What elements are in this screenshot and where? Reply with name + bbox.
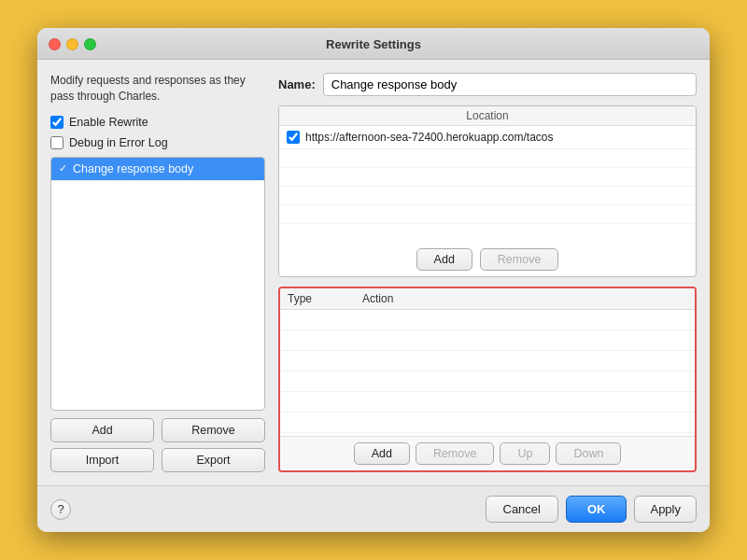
debug-error-log-label: Debug in Error Log xyxy=(69,136,168,149)
rules-add-button[interactable]: Add xyxy=(354,442,410,465)
cancel-button[interactable]: Cancel xyxy=(486,496,558,523)
apply-button[interactable]: Apply xyxy=(634,496,697,523)
name-input[interactable] xyxy=(323,73,697,96)
rules-down-button[interactable]: Down xyxy=(556,442,621,465)
title-bar: Rewrite Settings xyxy=(37,28,710,60)
right-panel: Name: Location https://afternoon-sea-724… xyxy=(278,73,697,472)
location-empty-row xyxy=(279,187,696,205)
location-checkbox[interactable] xyxy=(287,131,300,144)
rules-table-row xyxy=(280,310,695,330)
rules-table-row xyxy=(280,392,695,413)
location-empty-area xyxy=(279,149,696,243)
window-title: Rewrite Settings xyxy=(326,37,421,51)
rewrite-settings-window: Rewrite Settings Modify requests and res… xyxy=(37,28,710,532)
rules-table-container: Type Action Add Remove Up Down xyxy=(278,287,697,472)
left-panel: Modify requests and responses as they pa… xyxy=(50,73,265,472)
ok-button[interactable]: OK xyxy=(566,496,627,523)
rewrite-list[interactable]: ✓ Change response body xyxy=(50,157,265,411)
traffic-lights xyxy=(49,38,96,50)
list-item-check-icon: ✓ xyxy=(59,162,67,175)
name-row: Name: xyxy=(278,73,697,96)
left-buttons: Add Remove Import Export xyxy=(50,418,265,472)
close-button[interactable] xyxy=(49,38,61,50)
rules-table-buttons: Add Remove Up Down xyxy=(280,436,695,470)
location-empty-row xyxy=(279,168,696,187)
enable-rewrite-checkbox[interactable] xyxy=(50,116,63,129)
rules-type-col-header: Type xyxy=(288,292,362,305)
location-add-button[interactable]: Add xyxy=(416,248,472,271)
rules-table-row xyxy=(280,351,695,371)
location-url: https://afternoon-sea-72400.herokuapp.co… xyxy=(305,131,554,144)
remove-rule-button[interactable]: Remove xyxy=(162,418,265,442)
location-remove-button[interactable]: Remove xyxy=(480,248,559,271)
location-buttons: Add Remove xyxy=(279,243,696,276)
enable-rewrite-label: Enable Rewrite xyxy=(69,116,148,129)
debug-error-log-row[interactable]: Debug in Error Log xyxy=(50,136,265,149)
list-item[interactable]: ✓ Change response body xyxy=(51,158,264,181)
rules-up-button[interactable]: Up xyxy=(500,442,550,465)
export-button[interactable]: Export xyxy=(162,448,265,472)
rules-table-row xyxy=(280,413,695,433)
location-box: Location https://afternoon-sea-72400.her… xyxy=(278,105,697,277)
import-export-row: Import Export xyxy=(50,448,265,472)
import-button[interactable]: Import xyxy=(50,448,154,472)
add-remove-row: Add Remove xyxy=(50,418,265,442)
debug-error-log-checkbox[interactable] xyxy=(50,136,63,149)
maximize-button[interactable] xyxy=(84,38,96,50)
location-empty-row xyxy=(279,205,696,224)
rules-remove-button[interactable]: Remove xyxy=(416,442,495,465)
minimize-button[interactable] xyxy=(66,38,78,50)
rules-table-header: Type Action xyxy=(280,288,695,310)
location-empty-row xyxy=(279,149,696,168)
location-item[interactable]: https://afternoon-sea-72400.herokuapp.co… xyxy=(279,126,696,149)
help-button[interactable]: ? xyxy=(50,499,71,520)
rules-table-row xyxy=(280,371,695,392)
name-label: Name: xyxy=(278,77,316,91)
main-content: Modify requests and responses as they pa… xyxy=(37,60,710,485)
rules-action-col-header: Action xyxy=(362,292,687,305)
enable-rewrite-row[interactable]: Enable Rewrite xyxy=(50,116,265,129)
rules-table-body xyxy=(280,310,695,436)
location-header: Location xyxy=(279,106,696,126)
rules-table-row xyxy=(280,330,695,351)
description-text: Modify requests and responses as they pa… xyxy=(50,73,265,105)
bottom-bar: ? Cancel OK Apply xyxy=(37,485,710,532)
add-rule-button[interactable]: Add xyxy=(50,418,154,442)
bottom-right-buttons: Cancel OK Apply xyxy=(486,496,698,523)
list-item-label: Change response body xyxy=(73,162,193,175)
